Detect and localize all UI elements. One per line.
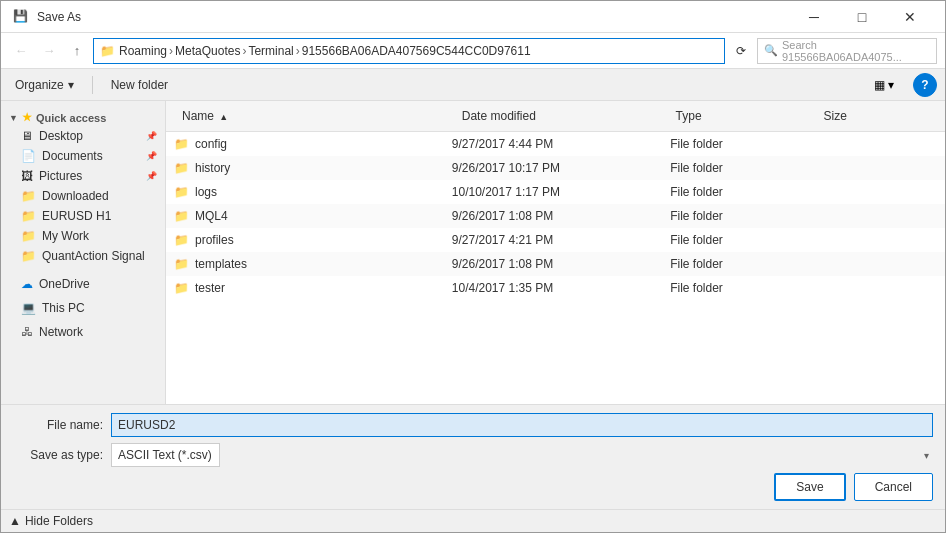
- sidebar-item-label: Pictures: [39, 169, 82, 183]
- pin-icon: 📌: [146, 151, 157, 161]
- file-list: Name ▲ Date modified Type Size 📁 config: [166, 101, 945, 404]
- sidebar-item-mywork[interactable]: 📁 My Work: [1, 226, 165, 246]
- sidebar-item-desktop[interactable]: 🖥 Desktop 📌: [1, 126, 165, 146]
- sidebar-item-label: My Work: [42, 229, 89, 243]
- hide-folders-arrow: ▲: [9, 514, 21, 528]
- desktop-icon: 🖥: [21, 129, 33, 143]
- saveastype-wrapper: ASCII Text (*.csv) ▾: [111, 443, 933, 467]
- file-size: [813, 213, 937, 219]
- folder-icon: 📁: [21, 249, 36, 263]
- sidebar-item-label: Network: [39, 325, 83, 339]
- folder-icon: 📁: [21, 209, 36, 223]
- pin-icon: 📌: [146, 131, 157, 141]
- file-date: 9/26/2017 1:08 PM: [444, 206, 662, 226]
- address-bar: ← → ↑ 📁 Roaming › MetaQuotes › Terminal …: [1, 33, 945, 69]
- documents-icon: 📄: [21, 149, 36, 163]
- table-row[interactable]: 📁 logs 10/10/2017 1:17 PM File folder: [166, 180, 945, 204]
- file-type: File folder: [662, 254, 813, 274]
- sidebar-item-onedrive[interactable]: ☁ OneDrive: [1, 274, 165, 294]
- address-path[interactable]: 📁 Roaming › MetaQuotes › Terminal › 9155…: [93, 38, 725, 64]
- close-button[interactable]: ✕: [887, 1, 933, 33]
- file-name-label: MQL4: [195, 209, 228, 223]
- file-size: [813, 261, 937, 267]
- col-name-label: Name: [182, 109, 214, 123]
- quick-access-label: Quick access: [36, 112, 106, 124]
- refresh-button[interactable]: ⟳: [729, 39, 753, 63]
- search-placeholder: Search 915566BA06ADA4075...: [782, 39, 930, 63]
- select-arrow-icon: ▾: [924, 450, 929, 461]
- table-row[interactable]: 📁 config 9/27/2017 4:44 PM File folder: [166, 132, 945, 156]
- minimize-button[interactable]: ─: [791, 1, 837, 33]
- file-name-label: config: [195, 137, 227, 151]
- file-size: [813, 285, 937, 291]
- table-row[interactable]: 📁 tester 10/4/2017 1:35 PM File folder: [166, 276, 945, 300]
- col-date-label: Date modified: [462, 109, 536, 123]
- file-name-label: profiles: [195, 233, 234, 247]
- save-button[interactable]: Save: [774, 473, 845, 501]
- path-hash[interactable]: 915566BA06ADA407569C544CC0D97611: [302, 44, 531, 58]
- window-title: Save As: [37, 10, 81, 24]
- forward-button[interactable]: →: [37, 39, 61, 63]
- path-metaquotes[interactable]: MetaQuotes: [175, 44, 240, 58]
- table-row[interactable]: 📁 profiles 9/27/2017 4:21 PM File folder: [166, 228, 945, 252]
- sidebar-item-downloaded[interactable]: 📁 Downloaded: [1, 186, 165, 206]
- file-size: [813, 165, 937, 171]
- file-name-label: tester: [195, 281, 225, 295]
- col-date-header[interactable]: Date modified: [454, 105, 668, 127]
- folder-icon: 📁: [21, 189, 36, 203]
- organize-button[interactable]: Organize ▾: [9, 76, 80, 94]
- filename-input[interactable]: [111, 413, 933, 437]
- file-date: 9/27/2017 4:21 PM: [444, 230, 662, 250]
- window-icon: 💾: [13, 9, 29, 25]
- help-button[interactable]: ?: [913, 73, 937, 97]
- sidebar-item-pictures[interactable]: 🖼 Pictures 📌: [1, 166, 165, 186]
- col-size-header[interactable]: Size: [816, 105, 938, 127]
- cancel-button[interactable]: Cancel: [854, 473, 933, 501]
- search-box[interactable]: 🔍 Search 915566BA06ADA4075...: [757, 38, 937, 64]
- view-button[interactable]: ▦ ▾: [867, 75, 901, 95]
- folder-icon: 📁: [174, 185, 189, 199]
- window-controls: ─ □ ✕: [791, 1, 933, 33]
- path-roaming[interactable]: Roaming: [119, 44, 167, 58]
- sidebar-item-thispc[interactable]: 💻 This PC: [1, 298, 165, 318]
- saveastype-select[interactable]: ASCII Text (*.csv): [111, 443, 220, 467]
- sort-arrow: ▲: [219, 112, 228, 122]
- sidebar-item-eurusd[interactable]: 📁 EURUSD H1: [1, 206, 165, 226]
- path-icon: 📁: [100, 44, 115, 58]
- up-button[interactable]: ↑: [65, 39, 89, 63]
- folder-icon: 📁: [174, 281, 189, 295]
- file-size: [813, 141, 937, 147]
- file-type: File folder: [662, 230, 813, 250]
- sidebar-item-network[interactable]: 🖧 Network: [1, 322, 165, 342]
- saveastype-label: Save as type:: [13, 448, 103, 462]
- help-label: ?: [921, 78, 928, 92]
- toolbar: Organize ▾ New folder ▦ ▾ ?: [1, 69, 945, 101]
- file-type: File folder: [662, 134, 813, 154]
- table-row[interactable]: 📁 templates 9/26/2017 1:08 PM File folde…: [166, 252, 945, 276]
- buttons-row: Save Cancel: [13, 473, 933, 501]
- new-folder-button[interactable]: New folder: [105, 76, 174, 94]
- view-icon: ▦ ▾: [874, 78, 894, 92]
- main-content: ▼ ★ Quick access 🖥 Desktop 📌 📄 Documents…: [1, 101, 945, 404]
- new-folder-label: New folder: [111, 78, 168, 92]
- folder-icon: 📁: [174, 233, 189, 247]
- table-row[interactable]: 📁 MQL4 9/26/2017 1:08 PM File folder: [166, 204, 945, 228]
- title-bar: 💾 Save As ─ □ ✕: [1, 1, 945, 33]
- folder-icon: 📁: [174, 257, 189, 271]
- sidebar-item-quantaction[interactable]: 📁 QuantAction Signal: [1, 246, 165, 266]
- maximize-button[interactable]: □: [839, 1, 885, 33]
- quick-access-header[interactable]: ▼ ★ Quick access: [1, 105, 165, 126]
- sidebar-item-documents[interactable]: 📄 Documents 📌: [1, 146, 165, 166]
- table-row[interactable]: 📁 history 9/26/2017 10:17 PM File folder: [166, 156, 945, 180]
- sidebar-item-label: QuantAction Signal: [42, 249, 145, 263]
- sidebar-item-label: EURUSD H1: [42, 209, 111, 223]
- col-type-header[interactable]: Type: [668, 105, 816, 127]
- folder-icon: 📁: [174, 137, 189, 151]
- onedrive-icon: ☁: [21, 277, 33, 291]
- col-name-header[interactable]: Name ▲: [174, 105, 454, 127]
- hide-folders-label: Hide Folders: [25, 514, 93, 528]
- sidebar-item-label: Documents: [42, 149, 103, 163]
- hide-folders-button[interactable]: ▲ Hide Folders: [9, 514, 93, 528]
- path-terminal[interactable]: Terminal: [248, 44, 293, 58]
- back-button[interactable]: ←: [9, 39, 33, 63]
